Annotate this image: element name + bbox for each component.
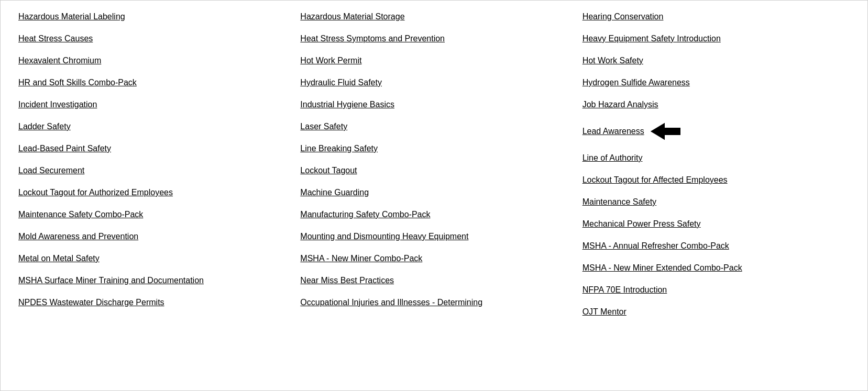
link-heat-stress-causes[interactable]: Heat Stress Causes (18, 34, 93, 43)
list-item: Metal on Metal Safety (16, 248, 288, 270)
link-ladder-safety[interactable]: Ladder Safety (18, 122, 71, 131)
link-hot-work-permit[interactable]: Hot Work Permit (300, 56, 361, 65)
list-item: Hazardous Material Storage (298, 6, 569, 28)
link-ojt-mentor[interactable]: OJT Mentor (583, 307, 627, 316)
list-item: Heat Stress Symptoms and Prevention (298, 28, 569, 50)
link-hearing-conservation[interactable]: Hearing Conservation (583, 12, 664, 21)
column-col2: Hazardous Material StorageHeat Stress Sy… (293, 6, 575, 323)
link-laser-safety[interactable]: Laser Safety (300, 122, 347, 131)
content-grid: Hazardous Material LabelingHeat Stress C… (11, 6, 857, 323)
link-occupational-injuries-illnesses[interactable]: Occupational Injuries and Illnesses - De… (300, 298, 482, 307)
link-near-miss-best-practices[interactable]: Near Miss Best Practices (300, 276, 394, 285)
link-hr-soft-skills-combo-pack[interactable]: HR and Soft Skills Combo-Pack (18, 78, 137, 87)
list-item: Line of Authority (580, 147, 852, 169)
link-msha-new-miner-extended-combo-pack[interactable]: MSHA - New Miner Extended Combo-Pack (583, 263, 742, 272)
svg-marker-0 (650, 122, 681, 141)
link-lead-awareness[interactable]: Lead Awareness (583, 127, 644, 136)
link-heat-stress-symptoms-prevention[interactable]: Heat Stress Symptoms and Prevention (300, 34, 445, 43)
link-msha-new-miner-combo-pack[interactable]: MSHA - New Miner Combo-Pack (300, 254, 422, 263)
list-item: Maintenance Safety (580, 191, 852, 213)
link-job-hazard-analysis[interactable]: Job Hazard Analysis (583, 100, 658, 109)
list-item: Hazardous Material Labeling (16, 6, 288, 28)
list-item: MSHA - New Miner Extended Combo-Pack (580, 257, 852, 279)
link-lead-based-paint-safety[interactable]: Lead-Based Paint Safety (18, 144, 111, 153)
link-hot-work-safety[interactable]: Hot Work Safety (583, 56, 643, 65)
list-item: Load Securement (16, 160, 288, 182)
list-item: NFPA 70E Introduction (580, 279, 852, 301)
list-item: HR and Soft Skills Combo-Pack (16, 72, 288, 94)
list-item: MSHA - Annual Refresher Combo-Pack (580, 235, 852, 257)
link-maintenance-safety[interactable]: Maintenance Safety (583, 197, 656, 206)
list-item: Lockout Tagout for Authorized Employees (16, 182, 288, 204)
list-item: Heavy Equipment Safety Introduction (580, 28, 852, 50)
list-item: OJT Mentor (580, 301, 852, 323)
link-load-securement[interactable]: Load Securement (18, 166, 84, 175)
list-item: NPDES Wastewater Discharge Permits (16, 292, 288, 314)
lead-awareness-row: Lead Awareness (583, 122, 850, 141)
list-item: Industrial Hygiene Basics (298, 94, 569, 116)
link-line-breaking-safety[interactable]: Line Breaking Safety (300, 144, 378, 153)
list-item: Incident Investigation (16, 94, 288, 116)
link-hexavalent-chromium[interactable]: Hexavalent Chromium (18, 56, 101, 65)
list-item: Heat Stress Causes (16, 28, 288, 50)
link-lockout-tagout-authorized-employees[interactable]: Lockout Tagout for Authorized Employees (18, 188, 173, 197)
link-maintenance-safety-combo-pack[interactable]: Maintenance Safety Combo-Pack (18, 210, 143, 219)
list-item: Near Miss Best Practices (298, 270, 569, 292)
list-item: Mounting and Dismounting Heavy Equipment (298, 226, 569, 248)
list-item: Hot Work Safety (580, 50, 852, 72)
list-item: Hot Work Permit (298, 50, 569, 72)
link-industrial-hygiene-basics[interactable]: Industrial Hygiene Basics (300, 100, 394, 109)
list-item: Lockout Tagout for Affected Employees (580, 169, 852, 191)
list-item: MSHA - New Miner Combo-Pack (298, 248, 569, 270)
link-mold-awareness-and-prevention[interactable]: Mold Awareness and Prevention (18, 232, 138, 241)
list-item: Job Hazard Analysis (580, 94, 852, 116)
link-heavy-equipment-safety-intro[interactable]: Heavy Equipment Safety Introduction (583, 34, 721, 43)
left-arrow-icon (650, 122, 681, 141)
link-lockout-tagout-affected-employees[interactable]: Lockout Tagout for Affected Employees (583, 175, 728, 184)
list-item: Hearing Conservation (580, 6, 852, 28)
list-item: Laser Safety (298, 116, 569, 138)
list-item: Hydraulic Fluid Safety (298, 72, 569, 94)
page-container: Hazardous Material LabelingHeat Stress C… (0, 0, 868, 391)
link-msha-surface-miner-training[interactable]: MSHA Surface Miner Training and Document… (18, 276, 204, 285)
link-hazardous-material-storage[interactable]: Hazardous Material Storage (300, 12, 404, 21)
link-lockout-tagout[interactable]: Lockout Tagout (300, 166, 357, 175)
link-mechanical-power-press-safety[interactable]: Mechanical Power Press Safety (583, 219, 701, 228)
link-line-of-authority[interactable]: Line of Authority (583, 153, 643, 162)
list-item: Mold Awareness and Prevention (16, 226, 288, 248)
list-item: Lead Awareness (580, 116, 852, 147)
link-metal-on-metal-safety[interactable]: Metal on Metal Safety (18, 254, 100, 263)
list-item: Machine Guarding (298, 182, 569, 204)
list-item: Hexavalent Chromium (16, 50, 288, 72)
link-npdes-wastewater[interactable]: NPDES Wastewater Discharge Permits (18, 298, 164, 307)
list-item: Lockout Tagout (298, 160, 569, 182)
list-item: Maintenance Safety Combo-Pack (16, 204, 288, 226)
link-mounting-dismounting-heavy-equipment[interactable]: Mounting and Dismounting Heavy Equipment (300, 232, 468, 241)
link-hydraulic-fluid-safety[interactable]: Hydraulic Fluid Safety (300, 78, 382, 87)
column-col1: Hazardous Material LabelingHeat Stress C… (11, 6, 293, 323)
list-item: Line Breaking Safety (298, 138, 569, 160)
list-item: Ladder Safety (16, 116, 288, 138)
link-msha-annual-refresher-combo-pack[interactable]: MSHA - Annual Refresher Combo-Pack (583, 241, 729, 250)
link-incident-investigation[interactable]: Incident Investigation (18, 100, 97, 109)
link-machine-guarding[interactable]: Machine Guarding (300, 188, 369, 197)
list-item: Mechanical Power Press Safety (580, 213, 852, 235)
list-item: MSHA Surface Miner Training and Document… (16, 270, 288, 292)
list-item: Lead-Based Paint Safety (16, 138, 288, 160)
link-manufacturing-safety-combo-pack[interactable]: Manufacturing Safety Combo-Pack (300, 210, 430, 219)
list-item: Occupational Injuries and Illnesses - De… (298, 292, 569, 314)
link-hydrogen-sulfide-awareness[interactable]: Hydrogen Sulfide Awareness (583, 78, 690, 87)
list-item: Manufacturing Safety Combo-Pack (298, 204, 569, 226)
link-nfpa-70e-introduction[interactable]: NFPA 70E Introduction (583, 285, 667, 294)
list-item: Hydrogen Sulfide Awareness (580, 72, 852, 94)
link-hazardous-material-labeling[interactable]: Hazardous Material Labeling (18, 12, 125, 21)
column-col3: Hearing ConservationHeavy Equipment Safe… (575, 6, 857, 323)
